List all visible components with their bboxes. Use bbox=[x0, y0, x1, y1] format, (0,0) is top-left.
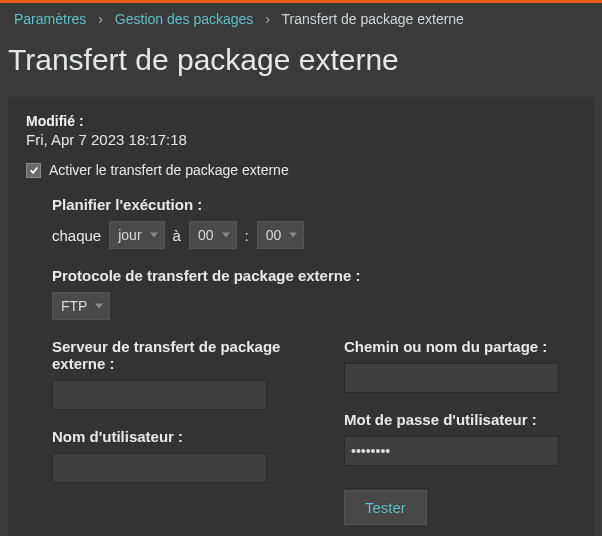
schedule-each: chaque bbox=[52, 227, 101, 244]
share-input[interactable] bbox=[344, 363, 559, 393]
chevron-right-icon: › bbox=[98, 11, 103, 27]
username-input[interactable] bbox=[52, 453, 267, 483]
check-icon bbox=[29, 165, 39, 175]
breadcrumb-current: Transfert de package externe bbox=[282, 11, 464, 27]
chevron-down-icon bbox=[95, 304, 103, 309]
schedule-hour-select[interactable]: 00 bbox=[189, 221, 237, 249]
schedule-hour-value: 00 bbox=[198, 227, 214, 243]
test-button[interactable]: Tester bbox=[344, 490, 427, 525]
enable-transfer-label: Activer le transfert de package externe bbox=[49, 162, 289, 178]
schedule-unit-select[interactable]: jour bbox=[109, 221, 164, 249]
schedule-sep: : bbox=[245, 227, 249, 244]
schedule-unit-value: jour bbox=[118, 227, 141, 243]
modified-label: Modifié : bbox=[26, 113, 576, 129]
enable-transfer-row: Activer le transfert de package externe bbox=[26, 162, 576, 178]
schedule-at: à bbox=[173, 227, 181, 244]
protocol-value: FTP bbox=[61, 298, 87, 314]
breadcrumb: Paramètres › Gestion des packages › Tran… bbox=[0, 3, 602, 37]
share-label: Chemin ou nom du partage : bbox=[344, 338, 576, 355]
password-input[interactable] bbox=[344, 436, 559, 466]
schedule-minute-value: 00 bbox=[266, 227, 282, 243]
modified-value: Fri, Apr 7 2023 18:17:18 bbox=[26, 131, 576, 148]
schedule-minute-select[interactable]: 00 bbox=[257, 221, 305, 249]
schedule-row: chaque jour à 00 : 00 bbox=[52, 221, 576, 249]
settings-panel: Modifié : Fri, Apr 7 2023 18:17:18 Activ… bbox=[8, 97, 594, 536]
chevron-down-icon bbox=[222, 233, 230, 238]
username-label: Nom d'utilisateur : bbox=[52, 428, 284, 445]
chevron-down-icon bbox=[289, 233, 297, 238]
protocol-label: Protocole de transfert de package extern… bbox=[52, 267, 576, 284]
enable-transfer-checkbox[interactable] bbox=[26, 163, 41, 178]
page-title: Transfert de package externe bbox=[0, 37, 602, 91]
breadcrumb-root[interactable]: Paramètres bbox=[14, 11, 86, 27]
chevron-right-icon: › bbox=[265, 11, 270, 27]
server-label: Serveur de transfert de package externe … bbox=[52, 338, 284, 372]
breadcrumb-mid[interactable]: Gestion des packages bbox=[115, 11, 254, 27]
protocol-select[interactable]: FTP bbox=[52, 292, 110, 320]
schedule-label: Planifier l'exécution : bbox=[52, 196, 576, 213]
chevron-down-icon bbox=[150, 233, 158, 238]
server-input[interactable] bbox=[52, 380, 267, 410]
password-label: Mot de passe d'utilisateur : bbox=[344, 411, 576, 428]
